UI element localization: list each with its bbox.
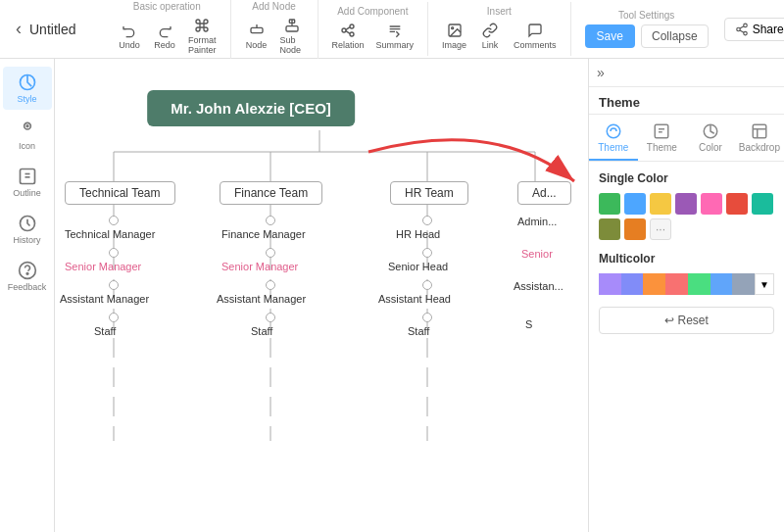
tool-settings-label: Tool Settings bbox=[618, 10, 674, 21]
svg-point-25 bbox=[26, 273, 28, 275]
swatch-blue[interactable] bbox=[624, 193, 646, 215]
connector-dot bbox=[266, 216, 275, 225]
back-button[interactable]: ‹ bbox=[8, 15, 29, 43]
add-component-label: Add Component bbox=[337, 6, 408, 17]
team-node-finance[interactable]: Finance Team bbox=[220, 181, 322, 205]
toolbar: ‹ Untitled Basic operation Undo Redo For… bbox=[0, 0, 784, 59]
theme-panel-title: Theme bbox=[589, 87, 784, 115]
image-button[interactable]: Image bbox=[438, 21, 470, 52]
org-chart: Mr. John Alexzie [CEO] Technical Team Te… bbox=[55, 69, 588, 532]
swatch-olive[interactable] bbox=[599, 218, 620, 240]
save-button[interactable]: Save bbox=[585, 24, 635, 48]
sidebar-item-history[interactable]: History bbox=[3, 208, 52, 251]
canvas[interactable]: Mr. John Alexzie [CEO] Technical Team Te… bbox=[55, 59, 588, 532]
sub-assistant-manager-fin[interactable]: Assistant Manager bbox=[217, 293, 306, 305]
svg-point-7 bbox=[350, 32, 354, 36]
svg-line-15 bbox=[740, 29, 744, 31]
left-sidebar: Style Icon Outline History Feedback bbox=[0, 59, 55, 532]
svg-line-9 bbox=[346, 31, 350, 34]
sub-senior-manager-fin[interactable]: Senior Manager bbox=[221, 261, 298, 272]
svg-rect-0 bbox=[251, 27, 263, 32]
svg-point-6 bbox=[350, 24, 354, 28]
multicolor-dropdown[interactable]: ▼ bbox=[755, 273, 774, 295]
multicolor-seg-1[interactable] bbox=[599, 273, 621, 295]
swatch-orange[interactable] bbox=[624, 218, 646, 240]
sidebar-item-style[interactable]: Style bbox=[3, 67, 52, 110]
tab-backdrop[interactable]: Backdrop bbox=[735, 115, 784, 161]
multicolor-seg-7[interactable] bbox=[732, 273, 755, 295]
swatch-yellow[interactable] bbox=[650, 193, 671, 215]
multicolor-seg-4[interactable] bbox=[665, 273, 688, 295]
format-painter-button[interactable]: Format Painter bbox=[184, 16, 220, 57]
team-node-ad[interactable]: Ad... bbox=[517, 181, 571, 205]
swatch-green[interactable] bbox=[599, 193, 620, 215]
svg-point-13 bbox=[736, 27, 740, 31]
sidebar-item-outline[interactable]: Outline bbox=[3, 161, 52, 204]
color-swatches: ··· bbox=[599, 193, 774, 240]
ceo-node[interactable]: Mr. John Alexzie [CEO] bbox=[147, 90, 355, 126]
sidebar-item-icon[interactable]: Icon bbox=[3, 114, 52, 157]
tool-settings-group: Tool Settings Save Collapse bbox=[575, 6, 718, 52]
main-area: Style Icon Outline History Feedback bbox=[0, 59, 784, 532]
reset-button[interactable]: ↩ Reset bbox=[599, 307, 774, 334]
comments-button[interactable]: Comments bbox=[510, 21, 561, 52]
link-button[interactable]: Link bbox=[474, 21, 506, 52]
connector-dot bbox=[266, 280, 275, 290]
swatch-red[interactable] bbox=[726, 193, 748, 215]
sub-assistant-manager-tech[interactable]: Assistant Manager bbox=[60, 293, 149, 305]
sub-technical-manager[interactable]: Technical Manager bbox=[65, 228, 155, 240]
collapse-button[interactable]: Collapse bbox=[641, 24, 709, 48]
sub-staff-ad[interactable]: S bbox=[525, 318, 532, 330]
single-color-label: Single Color bbox=[599, 171, 774, 185]
connector-dot bbox=[266, 248, 275, 258]
undo-button[interactable]: Undo bbox=[114, 21, 145, 52]
sub-senior-head[interactable]: Senior Head bbox=[388, 261, 448, 272]
sub-finance-manager[interactable]: Finance Manager bbox=[221, 228, 306, 240]
multicolor-label: Multicolor bbox=[599, 252, 774, 266]
multicolor-seg-5[interactable] bbox=[688, 273, 710, 295]
connector-dot bbox=[109, 280, 119, 290]
team-node-technical[interactable]: Technical Team bbox=[65, 181, 175, 205]
swatch-pink[interactable] bbox=[701, 193, 722, 215]
connector-dot bbox=[422, 280, 432, 290]
sub-admin[interactable]: Admin... bbox=[517, 216, 557, 227]
sub-node-button[interactable]: Sub Node bbox=[276, 16, 308, 57]
redo-button[interactable]: Redo bbox=[149, 21, 180, 52]
svg-rect-65 bbox=[753, 124, 766, 138]
multicolor-seg-6[interactable] bbox=[710, 273, 733, 295]
relation-button[interactable]: Relation bbox=[328, 21, 368, 52]
sidebar-item-feedback[interactable]: Feedback bbox=[3, 255, 52, 298]
node-button[interactable]: Node bbox=[241, 21, 272, 52]
sub-senior-ad[interactable]: Senior bbox=[521, 248, 553, 260]
tab-theme-text[interactable]: Theme bbox=[638, 115, 687, 161]
sidebar-toggle: » bbox=[589, 59, 784, 87]
right-sidebar: » Theme Theme Theme Color Backdrop bbox=[588, 59, 784, 532]
svg-point-11 bbox=[451, 27, 453, 29]
tab-color[interactable]: Color bbox=[686, 115, 735, 161]
connector-dot bbox=[266, 313, 275, 322]
sub-assistant-ad[interactable]: Assistan... bbox=[514, 280, 564, 292]
team-node-hr[interactable]: HR Team bbox=[390, 181, 468, 205]
multicolor-seg-2[interactable] bbox=[621, 273, 644, 295]
summary-button[interactable]: Summary bbox=[372, 21, 418, 52]
share-button[interactable]: Share bbox=[724, 18, 784, 41]
svg-point-60 bbox=[607, 124, 620, 138]
connector-dot bbox=[422, 248, 432, 258]
swatch-teal[interactable] bbox=[752, 193, 773, 215]
collapse-sidebar-button[interactable]: » bbox=[597, 65, 605, 80]
add-component-group: Add Component Relation Summary bbox=[318, 2, 429, 56]
swatch-more[interactable]: ··· bbox=[650, 218, 671, 240]
tab-theme-icon[interactable]: Theme bbox=[589, 115, 638, 161]
sub-senior-manager-tech[interactable]: Senior Manager bbox=[65, 261, 141, 272]
swatch-purple[interactable] bbox=[675, 193, 697, 215]
multicolor-seg-3[interactable] bbox=[643, 273, 665, 295]
sub-hr-head[interactable]: HR Head bbox=[396, 228, 440, 240]
connector-dot bbox=[422, 313, 432, 322]
sub-staff-fin[interactable]: Staff bbox=[251, 325, 272, 337]
svg-point-14 bbox=[743, 31, 747, 35]
sub-staff-tech[interactable]: Staff bbox=[94, 325, 116, 337]
sub-assistant-head[interactable]: Assistant Head bbox=[378, 293, 451, 305]
add-node-group: Add Node Node Sub Node bbox=[231, 0, 318, 61]
insert-label: Insert bbox=[487, 6, 512, 17]
sub-staff-hr[interactable]: Staff bbox=[408, 325, 429, 337]
